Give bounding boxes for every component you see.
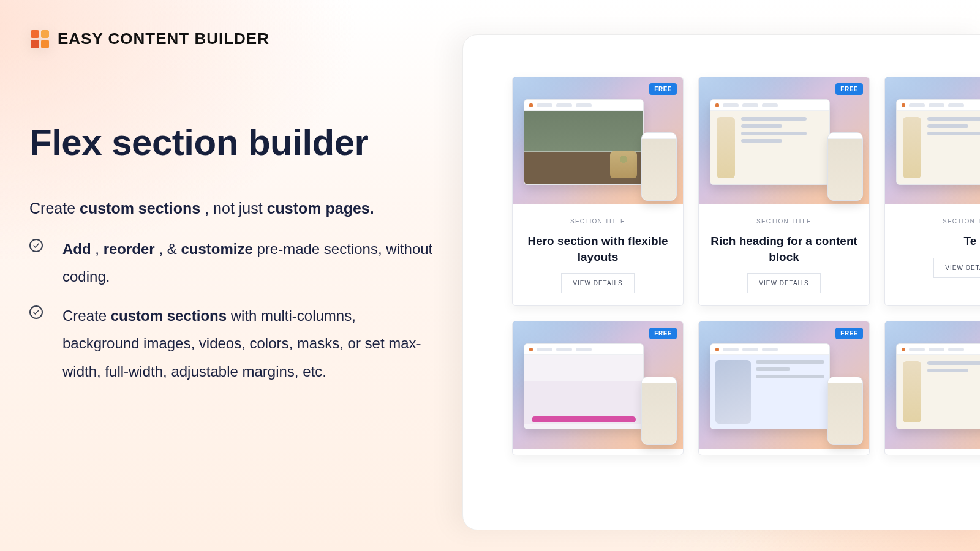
free-badge: FREE <box>835 328 863 339</box>
t: Create <box>62 307 111 324</box>
bold: Add <box>62 241 91 257</box>
desktop-mock <box>710 343 830 429</box>
brand: EASY CONTENT BUILDER <box>31 29 270 48</box>
check-circle-icon <box>29 305 43 319</box>
bold: reorder <box>104 241 155 257</box>
desktop-mock <box>896 343 980 429</box>
card-thumbnail: FREE <box>513 77 683 204</box>
bold: customize <box>181 241 252 257</box>
card-title: Rich heading for a content block <box>709 233 859 264</box>
free-badge: FREE <box>649 83 677 95</box>
brand-mark-icon <box>31 30 49 48</box>
card-thumbnail: FREE <box>699 321 869 449</box>
card-title: Te <box>964 233 977 249</box>
desktop-mock <box>896 99 980 185</box>
card-eyebrow: SECTION TITLE <box>943 218 980 225</box>
card-eyebrow: SECTION TITLE <box>570 218 625 225</box>
section-card[interactable]: FREE <box>884 321 980 455</box>
t: , & <box>159 241 181 257</box>
view-details-button[interactable]: VIEW DETAILS <box>933 258 980 278</box>
card-thumbnail: FREE <box>885 77 980 204</box>
hero-lead: Create custom sections , not just custom… <box>29 197 434 220</box>
t: , <box>95 241 103 257</box>
free-badge: FREE <box>649 328 677 339</box>
card-content: SECTION TITLE Te VIEW DETAILS <box>885 204 980 290</box>
hero-lead-bold-2: custom pages. <box>267 200 374 217</box>
desktop-mock <box>524 343 644 429</box>
section-card[interactable]: FREE <box>698 321 870 455</box>
phone-mock <box>827 377 863 445</box>
hero-lead-bold-1: custom sections <box>80 200 200 217</box>
hero-feature-list: Add , reorder , & customize pre-made sec… <box>29 235 434 386</box>
hero-lead-text-2: , not just <box>205 200 266 217</box>
card-thumbnail: FREE <box>699 77 869 204</box>
hero: Flex section builder Create custom secti… <box>29 122 434 396</box>
card-thumbnail: FREE <box>885 321 980 449</box>
gallery-grid: FREE SECTION TITLE Hero section with fle… <box>512 77 980 455</box>
hero-feature-text: Create custom sections with multi-column… <box>62 302 434 386</box>
view-details-button[interactable]: VIEW DETAILS <box>561 273 634 293</box>
card-thumbnail: FREE <box>513 321 683 449</box>
desktop-mock <box>710 99 830 185</box>
card-content: SECTION TITLE Rich heading for a content… <box>699 204 869 305</box>
check-circle-icon <box>29 239 43 252</box>
hero-feature-text: Add , reorder , & customize pre-made sec… <box>62 235 434 291</box>
view-details-button[interactable]: VIEW DETAILS <box>747 273 820 293</box>
section-card[interactable]: FREE SECTION TITLE Hero section with fle… <box>512 77 684 306</box>
phone-mock <box>641 132 677 201</box>
hero-lead-text-1: Create <box>29 200 80 217</box>
section-card[interactable]: FREE SECTION TITLE Rich heading for a co… <box>698 77 870 306</box>
hero-feature-item: Create custom sections with multi-column… <box>29 302 434 386</box>
bold: custom sections <box>111 307 227 324</box>
brand-name: EASY CONTENT BUILDER <box>58 29 270 48</box>
card-content: SECTION TITLE Hero section with flexible… <box>513 204 683 305</box>
hero-feature-item: Add , reorder , & customize pre-made sec… <box>29 235 434 291</box>
phone-mock <box>641 377 677 445</box>
card-title: Hero section with flexible layouts <box>522 233 673 264</box>
gallery-panel: FREE SECTION TITLE Hero section with fle… <box>462 34 980 530</box>
phone-mock <box>827 132 863 201</box>
free-badge: FREE <box>835 83 863 95</box>
section-card[interactable]: FREE SECTION TITLE Te VIEW DETAILS <box>884 77 980 306</box>
desktop-mock <box>524 99 644 185</box>
card-eyebrow: SECTION TITLE <box>756 218 812 225</box>
section-card[interactable]: FREE <box>512 321 684 455</box>
hero-title: Flex section builder <box>29 122 434 163</box>
